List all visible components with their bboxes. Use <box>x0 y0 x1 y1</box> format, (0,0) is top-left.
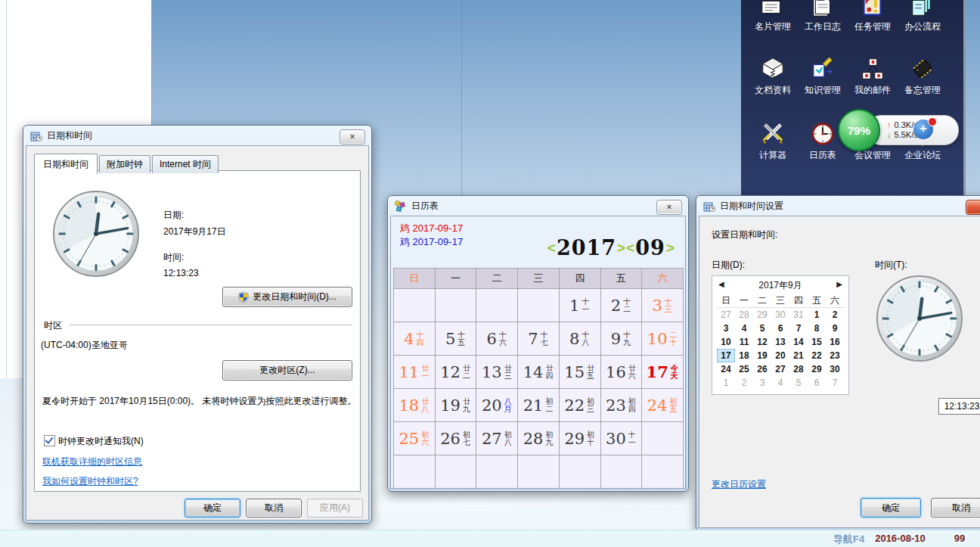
mini-day[interactable]: 22 <box>808 349 826 362</box>
tab-internet-time[interactable]: Internet 时间 <box>152 155 219 173</box>
tab-date-time[interactable]: 日期和时间 <box>34 154 98 174</box>
mini-day[interactable]: 14 <box>789 335 808 349</box>
calendar-day-cell[interactable]: 20八月 <box>476 389 518 422</box>
calendar-day-cell[interactable]: 8十八 <box>560 322 601 356</box>
clock-help-link[interactable]: 我如何设置时钟和时区? <box>42 475 138 488</box>
mini-day[interactable]: 5 <box>753 322 771 335</box>
mini-day[interactable]: 29 <box>808 362 826 376</box>
mini-day[interactable]: 26 <box>753 362 771 376</box>
mini-day[interactable]: 30 <box>771 308 789 322</box>
calendar-day-cell[interactable]: 16廿六 <box>601 356 643 389</box>
mini-day[interactable]: 3 <box>717 322 735 335</box>
mini-day[interactable]: 7 <box>789 322 808 335</box>
calendar-day-cell[interactable]: 30十一 <box>601 422 643 455</box>
mini-day[interactable]: 29 <box>753 308 771 322</box>
mini-day[interactable]: 4 <box>771 376 789 390</box>
mini-day[interactable]: 31 <box>789 308 808 322</box>
mini-day[interactable]: 16 <box>826 335 844 349</box>
calendar-day-cell[interactable]: 26初七 <box>436 422 477 455</box>
mini-day[interactable]: 19 <box>753 349 771 362</box>
close-button[interactable]: × <box>966 200 980 215</box>
calendar-day-cell[interactable]: 18廿八 <box>394 389 436 422</box>
window-titlebar[interactable]: 日历表 <box>388 196 688 216</box>
mini-day[interactable]: 8 <box>808 322 826 335</box>
calendar-day-cell[interactable]: 4十四 <box>394 322 436 356</box>
desktop-icon-office-workflow[interactable]: 办公流程 <box>898 0 947 33</box>
calendar-day-cell[interactable]: 12廿二 <box>436 356 477 389</box>
mini-day[interactable]: 10 <box>717 335 735 349</box>
month-next-arrow[interactable]: > <box>666 240 675 256</box>
desktop-icon-calculator[interactable]: 计算器 <box>749 118 797 162</box>
mini-day[interactable]: 6 <box>771 322 789 335</box>
calendar-day-cell[interactable]: 5十五 <box>436 322 477 356</box>
dialog-titlebar[interactable]: 日期和时间 <box>23 126 371 146</box>
calendar-day-cell[interactable]: 1十一 <box>560 289 601 322</box>
mini-day[interactable]: 5 <box>789 376 808 390</box>
mini-day[interactable]: 25 <box>735 362 753 376</box>
mini-day[interactable]: 3 <box>753 376 771 390</box>
year-prev-arrow[interactable]: < <box>547 240 556 256</box>
mini-day[interactable]: 27 <box>771 362 789 376</box>
desktop-icon-work-log[interactable]: 工作日志 <box>799 0 847 33</box>
mini-day[interactable]: 12 <box>753 335 771 349</box>
prev-month-arrow[interactable]: ◀ <box>718 280 724 288</box>
calendar-day-cell[interactable]: 23初四 <box>601 389 643 422</box>
mini-day[interactable]: 28 <box>735 308 753 322</box>
calendar-day-cell[interactable]: 24初五 <box>642 389 684 422</box>
calendar-day-cell[interactable]: 19廿九 <box>436 389 477 422</box>
calendar-day-cell[interactable]: 28初九 <box>518 422 560 455</box>
tab-additional-clocks[interactable]: 附加时钟 <box>99 155 150 173</box>
mini-day-selected[interactable]: 17 <box>717 349 735 362</box>
mini-day[interactable]: 1 <box>717 376 735 390</box>
month-title[interactable]: 2017年9月 <box>712 276 848 294</box>
calendar-day-cell[interactable]: 3十三 <box>642 289 684 322</box>
change-datetime-button[interactable]: 更改日期和时间(D)... <box>222 287 352 307</box>
calendar-day-cell[interactable]: 25初六 <box>394 422 436 455</box>
cancel-button[interactable]: 取消 <box>931 498 980 517</box>
cancel-button[interactable]: 取消 <box>246 499 302 517</box>
mini-day[interactable]: 18 <box>735 349 753 362</box>
dialog-titlebar[interactable]: 日期和时间设置 <box>696 196 980 216</box>
mini-day[interactable]: 4 <box>735 322 753 335</box>
next-month-arrow[interactable]: ▶ <box>836 280 842 288</box>
calendar-day-cell[interactable]: 29初十 <box>560 422 601 455</box>
calendar-day-cell[interactable]: 21初二 <box>518 389 560 422</box>
mini-day[interactable]: 7 <box>826 376 844 390</box>
memory-percent-ball[interactable]: 79% <box>838 109 880 151</box>
mini-day[interactable]: 24 <box>717 362 735 376</box>
apply-button[interactable]: 应用(A) <box>307 499 363 517</box>
change-calendar-settings-link[interactable]: 更改日历设置 <box>712 478 766 491</box>
calendar-day-cell[interactable]: 10二十 <box>642 322 684 356</box>
calendar-day-cell[interactable]: 15廿五 <box>560 356 601 389</box>
calendar-day-cell[interactable]: 13廿三 <box>476 356 518 389</box>
desktop-icon-knowledge[interactable]: 知识管理 <box>799 53 847 97</box>
calendar-day-cell[interactable]: 6十六 <box>476 322 518 356</box>
desktop-icon-documents[interactable]: 文档资料 <box>749 53 797 97</box>
mini-day[interactable]: 2 <box>826 308 844 322</box>
ok-button[interactable]: 确定 <box>185 499 240 517</box>
mini-day[interactable]: 11 <box>735 335 753 349</box>
mini-day[interactable]: 30 <box>826 362 844 376</box>
calendar-day-cell-today[interactable]: 17今天 <box>642 356 684 389</box>
year-next-arrow[interactable]: > <box>617 240 625 256</box>
mini-day[interactable]: 23 <box>826 349 844 362</box>
close-button[interactable]: × <box>656 200 682 215</box>
calendar-day-cell[interactable]: 22初三 <box>560 389 601 422</box>
mini-day[interactable]: 27 <box>717 308 735 322</box>
network-widget[interactable]: ↑0.3K/s ↓5.5K/s <box>867 115 959 145</box>
calendar-day-cell[interactable]: 2十二 <box>601 289 643 322</box>
close-button[interactable]: × <box>340 129 365 145</box>
mini-day[interactable]: 6 <box>808 376 826 390</box>
calendar-day-cell[interactable]: 9十九 <box>601 322 643 356</box>
calendar-day-cell[interactable]: 11廿一 <box>394 356 436 389</box>
desktop-icon-business-cards[interactable]: 名片管理 <box>749 0 797 33</box>
calendar-day-cell[interactable]: 7十七 <box>518 322 560 356</box>
mini-day[interactable]: 13 <box>771 335 789 349</box>
change-timezone-button[interactable]: 更改时区(Z)... <box>222 360 352 381</box>
mini-day[interactable]: 28 <box>789 362 808 376</box>
desktop-icon-memo[interactable]: 备忘管理 <box>898 53 947 97</box>
time-input[interactable]: 12:13:23 <box>938 398 980 415</box>
calendar-day-cell[interactable]: 14廿四 <box>518 356 560 389</box>
mini-day[interactable]: 1 <box>808 308 826 322</box>
mini-day[interactable]: 15 <box>808 335 826 349</box>
